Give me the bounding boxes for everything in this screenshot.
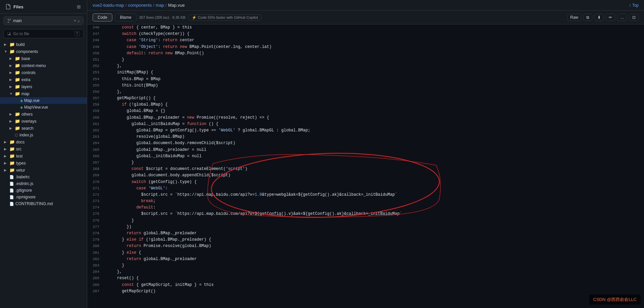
line-number: 247 — [87, 31, 105, 37]
table-row: 259 global.BMap = {} — [87, 108, 644, 114]
folder-icon: 📁 — [15, 84, 20, 89]
go-to-file-input[interactable] — [13, 32, 72, 36]
sidebar-item-layers[interactable]: ▶ 📁 layers — [0, 83, 87, 90]
panel-toggle-button[interactable]: ⊞ — [76, 3, 82, 10]
line-content: global.document.body.appendChild($script… — [105, 172, 644, 179]
display-button[interactable]: ⊡ — [629, 14, 639, 21]
line-content: global.BMap._preloader = null — [105, 147, 644, 153]
table-row: 266 global._initBaiduMap = null — [87, 153, 644, 160]
sidebar-item-contributing[interactable]: ▶ 📄 CONTRIBUTING.md — [0, 200, 87, 207]
sidebar-item-test[interactable]: ▶ 📁 test — [0, 152, 87, 160]
sidebar-item-index-js[interactable]: ▶ ⬡ index.js — [0, 132, 87, 138]
sidebar-item-src[interactable]: ▶ 📁 src — [0, 145, 87, 152]
folder-name: map — [21, 91, 84, 96]
file-icon: 📄 — [9, 182, 14, 186]
sidebar-item-mapview-vue[interactable]: ▶ ◈ MapView.vue — [0, 104, 87, 111]
top-link[interactable]: ↑ Top — [629, 3, 639, 8]
line-number: 248 — [87, 37, 105, 44]
sidebar-item-extra[interactable]: ▶ 📁 extra — [0, 76, 87, 83]
file-meta: 307 lines (305 loc) · 8.35 KB — [139, 15, 185, 19]
file-name: CONTRIBUTING.md — [15, 201, 84, 206]
code-area[interactable]: 246 const { center, BMap } = this247 swi… — [87, 24, 644, 308]
chevron-right-icon: ▶ — [9, 85, 13, 88]
more-button[interactable]: … — [617, 14, 627, 21]
sidebar-item-gitignore[interactable]: ▶ 📄 .gitignore — [0, 187, 87, 194]
raw-button[interactable]: Raw — [567, 14, 581, 21]
sidebar-item-babelrc[interactable]: ▶ 📄 .babelrc — [0, 174, 87, 180]
copilot-badge[interactable]: ⚡ Code 55% faster with GitHub Copilot — [188, 14, 262, 21]
table-row: 281 } else { — [87, 250, 644, 256]
download-button[interactable]: ⬇ — [594, 14, 604, 21]
line-content: switch (checkType(center)) { — [105, 31, 644, 37]
line-content: getMapScript() — [105, 288, 644, 295]
sidebar-item-vetur[interactable]: ▶ 📁 vetur — [0, 167, 87, 174]
go-to-file-shortcut: T — [74, 31, 80, 36]
sidebar-item-controls[interactable]: ▶ 📁 controls — [0, 69, 87, 76]
table-row: 257 getMapScript() { — [87, 95, 644, 102]
folder-icon: 📁 — [15, 63, 20, 68]
line-number: 260 — [87, 115, 105, 121]
folder-icon: 📁 — [9, 168, 15, 173]
sidebar-item-types[interactable]: ▶ 📁 types — [0, 160, 87, 167]
file-name: .babelrc — [15, 175, 84, 179]
tab-blame[interactable]: Blame — [115, 13, 137, 21]
chevron-right-icon: ▶ — [9, 64, 13, 67]
sidebar-item-map-vue[interactable]: ▶ ◈ Map.vue — [0, 97, 87, 104]
table-row: 256 }, — [87, 89, 644, 95]
table-row: 278 return global.BMap._preloader — [87, 230, 644, 237]
breadcrumb-repo[interactable]: vue2-baidu-map — [93, 3, 124, 8]
folder-icon: 📁 — [9, 49, 15, 54]
sidebar-item-others[interactable]: ▶ 📁 others — [0, 111, 87, 118]
sidebar-item-overlays[interactable]: ▶ 📁 overlays — [0, 118, 87, 125]
line-content: global.BMap._preloader = new Promise((re… — [105, 115, 644, 121]
sidebar-item-docs[interactable]: ▶ 📁 docs — [0, 138, 87, 145]
branch-selector[interactable]: main + ⌕ — [3, 16, 84, 25]
sidebar-item-eslintrc[interactable]: ▶ 📄 .eslintrc.js — [0, 180, 87, 187]
chevron-right-icon: ▶ — [4, 147, 8, 151]
breadcrumb-map[interactable]: map — [156, 3, 164, 8]
folder-icon: 📁 — [9, 161, 15, 166]
line-number: 251 — [87, 57, 105, 63]
go-to-file-bar[interactable]: T — [3, 29, 84, 38]
line-content: }, — [105, 63, 644, 69]
line-number: 271 — [87, 185, 105, 192]
table-row: 246 const { center, BMap } = this — [87, 24, 644, 31]
table-row: 262 global.BMap = getConfig().type == 'W… — [87, 127, 644, 134]
line-number: 279 — [87, 237, 105, 243]
chevron-right-icon: ▶ — [4, 161, 8, 165]
chevron-right-icon: ▶ — [9, 78, 13, 81]
sidebar-item-base[interactable]: ▶ 📁 base — [0, 55, 87, 62]
plus-icon[interactable]: + — [74, 18, 76, 23]
sidebar-item-components[interactable]: ▼ 📁 components — [0, 48, 87, 55]
folder-name: extra — [21, 77, 84, 82]
sidebar-item-build[interactable]: ▶ 📁 build — [0, 41, 87, 48]
tab-code[interactable]: Code — [93, 13, 112, 21]
table-row: 283 } — [87, 262, 644, 269]
table-row: 282 return global.BMap._preloader — [87, 256, 644, 262]
line-number: 280 — [87, 243, 105, 249]
line-number: 256 — [87, 89, 105, 95]
branch-icon — [7, 19, 11, 23]
table-row: 258 if (!global.BMap) { — [87, 102, 644, 108]
file-icon: 📄 — [9, 175, 14, 179]
line-content: case 'Object': return new BMap.Point(cen… — [105, 44, 644, 50]
chevron-right-icon: ▶ — [9, 126, 13, 130]
folder-name: components — [16, 49, 84, 54]
sidebar-item-map[interactable]: ▼ 📁 map — [0, 90, 87, 97]
line-content: } else { — [105, 250, 644, 256]
table-row: 277 }) — [87, 224, 644, 230]
folder-icon: 📁 — [15, 119, 20, 124]
line-number: 264 — [87, 140, 105, 146]
sidebar-item-npmignore[interactable]: ▶ 📄 .npmignore — [0, 194, 87, 200]
sidebar-item-context-menu[interactable]: ▶ 📁 context-menu — [0, 62, 87, 69]
line-content: initMap(BMap) { — [105, 69, 644, 76]
folder-name: base — [21, 56, 84, 61]
edit-button[interactable]: ✏ — [606, 14, 615, 21]
folder-icon: 📁 — [9, 42, 15, 47]
sidebar-item-search[interactable]: ▶ 📁 search — [0, 125, 87, 132]
breadcrumb-components[interactable]: components — [128, 3, 152, 8]
copy-button[interactable]: ⧉ — [583, 14, 592, 21]
search-branch-icon[interactable]: ⌕ — [77, 18, 80, 23]
line-number: 273 — [87, 198, 105, 204]
line-number: 262 — [87, 127, 105, 134]
